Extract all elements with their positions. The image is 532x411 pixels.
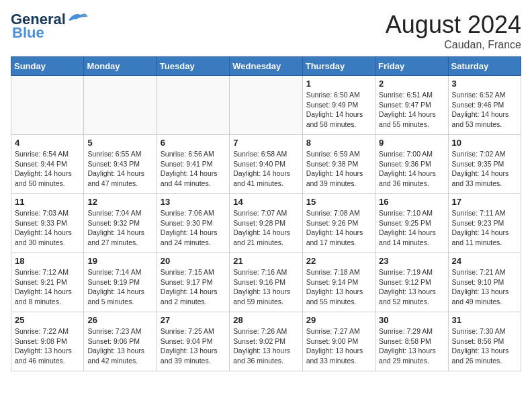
day-info: Sunrise: 7:08 AMSunset: 9:26 PMDaylight:…: [306, 208, 371, 248]
day-info: Sunrise: 7:26 AMSunset: 9:02 PMDaylight:…: [233, 326, 298, 366]
calendar-cell: 17Sunrise: 7:11 AMSunset: 9:23 PMDayligh…: [448, 194, 521, 253]
calendar-cell: 5Sunrise: 6:55 AMSunset: 9:43 PMDaylight…: [84, 135, 157, 194]
day-info: Sunrise: 7:29 AMSunset: 8:58 PMDaylight:…: [379, 326, 444, 366]
location: Caudan, France: [386, 39, 521, 51]
calendar-cell: 9Sunrise: 7:00 AMSunset: 9:36 PMDaylight…: [375, 135, 448, 194]
day-info: Sunrise: 7:03 AMSunset: 9:33 PMDaylight:…: [15, 208, 80, 248]
calendar-cell: 15Sunrise: 7:08 AMSunset: 9:26 PMDayligh…: [302, 194, 375, 253]
day-info: Sunrise: 6:59 AMSunset: 9:38 PMDaylight:…: [306, 149, 371, 189]
calendar-cell: 16Sunrise: 7:10 AMSunset: 9:25 PMDayligh…: [375, 194, 448, 253]
day-number: 5: [87, 138, 152, 148]
day-info: Sunrise: 7:10 AMSunset: 9:25 PMDaylight:…: [379, 208, 444, 248]
day-number: 4: [15, 138, 80, 148]
calendar-cell: 21Sunrise: 7:16 AMSunset: 9:16 PMDayligh…: [230, 253, 302, 312]
day-info: Sunrise: 6:55 AMSunset: 9:43 PMDaylight:…: [87, 149, 152, 189]
day-number: 29: [306, 315, 371, 325]
calendar-cell: 29Sunrise: 7:27 AMSunset: 9:00 PMDayligh…: [302, 312, 375, 371]
calendar-week-3: 11Sunrise: 7:03 AMSunset: 9:33 PMDayligh…: [11, 194, 521, 253]
calendar-cell: 30Sunrise: 7:29 AMSunset: 8:58 PMDayligh…: [375, 312, 448, 371]
calendar-cell: [157, 76, 229, 135]
day-number: 11: [15, 197, 80, 207]
day-number: 20: [161, 256, 226, 266]
day-number: 6: [161, 138, 226, 148]
logo: General Blue: [11, 11, 89, 42]
calendar-cell: 11Sunrise: 7:03 AMSunset: 9:33 PMDayligh…: [11, 194, 84, 253]
calendar-cell: 20Sunrise: 7:15 AMSunset: 9:17 PMDayligh…: [157, 253, 229, 312]
calendar-cell: 14Sunrise: 7:07 AMSunset: 9:28 PMDayligh…: [230, 194, 302, 253]
calendar-week-5: 25Sunrise: 7:22 AMSunset: 9:08 PMDayligh…: [11, 312, 521, 371]
weekday-header-tuesday: Tuesday: [157, 57, 229, 76]
day-info: Sunrise: 6:56 AMSunset: 9:41 PMDaylight:…: [161, 149, 226, 189]
day-number: 25: [15, 315, 80, 325]
calendar-cell: 25Sunrise: 7:22 AMSunset: 9:08 PMDayligh…: [11, 312, 84, 371]
day-info: Sunrise: 7:07 AMSunset: 9:28 PMDaylight:…: [233, 208, 298, 248]
day-number: 16: [379, 197, 444, 207]
day-info: Sunrise: 7:04 AMSunset: 9:32 PMDaylight:…: [87, 208, 152, 248]
calendar-cell: [11, 76, 84, 135]
page-header: General Blue August 2024 Caudan, France: [11, 11, 521, 51]
day-number: 22: [306, 256, 371, 266]
calendar-cell: 6Sunrise: 6:56 AMSunset: 9:41 PMDaylight…: [157, 135, 229, 194]
day-number: 19: [87, 256, 152, 266]
weekday-header-thursday: Thursday: [302, 57, 375, 76]
calendar-cell: 2Sunrise: 6:51 AMSunset: 9:47 PMDaylight…: [375, 76, 448, 135]
calendar-cell: 1Sunrise: 6:50 AMSunset: 9:49 PMDaylight…: [302, 76, 375, 135]
day-info: Sunrise: 6:51 AMSunset: 9:47 PMDaylight:…: [379, 90, 444, 130]
day-info: Sunrise: 7:25 AMSunset: 9:04 PMDaylight:…: [161, 326, 226, 366]
day-info: Sunrise: 7:02 AMSunset: 9:35 PMDaylight:…: [452, 149, 517, 189]
calendar-week-1: 1Sunrise: 6:50 AMSunset: 9:49 PMDaylight…: [11, 76, 521, 135]
day-info: Sunrise: 6:58 AMSunset: 9:40 PMDaylight:…: [233, 149, 298, 189]
day-info: Sunrise: 7:19 AMSunset: 9:12 PMDaylight:…: [379, 267, 444, 307]
day-number: 23: [379, 256, 444, 266]
day-number: 7: [233, 138, 298, 148]
calendar-cell: 19Sunrise: 7:14 AMSunset: 9:19 PMDayligh…: [84, 253, 157, 312]
day-info: Sunrise: 7:12 AMSunset: 9:21 PMDaylight:…: [15, 267, 80, 307]
day-info: Sunrise: 7:23 AMSunset: 9:06 PMDaylight:…: [87, 326, 152, 366]
day-number: 17: [452, 197, 517, 207]
weekday-header-row: SundayMondayTuesdayWednesdayThursdayFrid…: [11, 57, 521, 76]
day-info: Sunrise: 7:06 AMSunset: 9:30 PMDaylight:…: [161, 208, 226, 248]
calendar-cell: 3Sunrise: 6:52 AMSunset: 9:46 PMDaylight…: [448, 76, 521, 135]
day-number: 18: [15, 256, 80, 266]
day-number: 15: [306, 197, 371, 207]
day-info: Sunrise: 7:18 AMSunset: 9:14 PMDaylight:…: [306, 267, 371, 307]
day-number: 21: [233, 256, 298, 266]
weekday-header-saturday: Saturday: [448, 57, 521, 76]
weekday-header-sunday: Sunday: [11, 57, 84, 76]
calendar-cell: 22Sunrise: 7:18 AMSunset: 9:14 PMDayligh…: [302, 253, 375, 312]
calendar-cell: 7Sunrise: 6:58 AMSunset: 9:40 PMDaylight…: [230, 135, 302, 194]
day-number: 2: [379, 79, 444, 89]
calendar-cell: 18Sunrise: 7:12 AMSunset: 9:21 PMDayligh…: [11, 253, 84, 312]
weekday-header-wednesday: Wednesday: [230, 57, 302, 76]
day-number: 28: [233, 315, 298, 325]
calendar-cell: 10Sunrise: 7:02 AMSunset: 9:35 PMDayligh…: [448, 135, 521, 194]
day-info: Sunrise: 6:54 AMSunset: 9:44 PMDaylight:…: [15, 149, 80, 189]
calendar-cell: 24Sunrise: 7:21 AMSunset: 9:10 PMDayligh…: [448, 253, 521, 312]
day-number: 31: [452, 315, 517, 325]
calendar-week-4: 18Sunrise: 7:12 AMSunset: 9:21 PMDayligh…: [11, 253, 521, 312]
day-number: 1: [306, 79, 371, 89]
title-area: August 2024 Caudan, France: [386, 11, 521, 51]
day-number: 24: [452, 256, 517, 266]
day-info: Sunrise: 7:30 AMSunset: 8:56 PMDaylight:…: [452, 326, 517, 366]
calendar-cell: 23Sunrise: 7:19 AMSunset: 9:12 PMDayligh…: [375, 253, 448, 312]
day-number: 30: [379, 315, 444, 325]
calendar-cell: 27Sunrise: 7:25 AMSunset: 9:04 PMDayligh…: [157, 312, 229, 371]
day-info: Sunrise: 7:00 AMSunset: 9:36 PMDaylight:…: [379, 149, 444, 189]
calendar-cell: 13Sunrise: 7:06 AMSunset: 9:30 PMDayligh…: [157, 194, 229, 253]
weekday-header-friday: Friday: [375, 57, 448, 76]
logo-text-blue: Blue: [12, 24, 44, 41]
day-info: Sunrise: 7:11 AMSunset: 9:23 PMDaylight:…: [452, 208, 517, 248]
calendar-cell: [84, 76, 157, 135]
day-number: 26: [87, 315, 152, 325]
day-number: 12: [87, 197, 152, 207]
calendar-cell: 8Sunrise: 6:59 AMSunset: 9:38 PMDaylight…: [302, 135, 375, 194]
day-number: 3: [452, 79, 517, 89]
day-info: Sunrise: 6:50 AMSunset: 9:49 PMDaylight:…: [306, 90, 371, 130]
calendar-cell: 28Sunrise: 7:26 AMSunset: 9:02 PMDayligh…: [230, 312, 302, 371]
month-title: August 2024: [386, 11, 521, 39]
day-info: Sunrise: 7:15 AMSunset: 9:17 PMDaylight:…: [161, 267, 226, 307]
calendar-cell: 26Sunrise: 7:23 AMSunset: 9:06 PMDayligh…: [84, 312, 157, 371]
day-info: Sunrise: 7:27 AMSunset: 9:00 PMDaylight:…: [306, 326, 371, 366]
day-number: 8: [306, 138, 371, 148]
